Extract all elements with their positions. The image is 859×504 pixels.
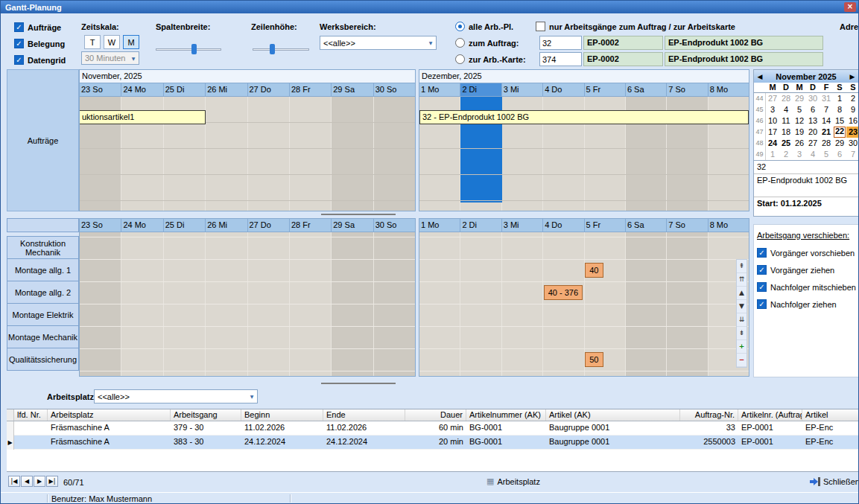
day-header-cell[interactable]: 23 So [80, 219, 121, 232]
column-header[interactable]: Arbeitsplatz [48, 409, 171, 421]
view-option-0[interactable]: ✓Aufträge [14, 22, 61, 32]
calendar-day[interactable]: 7 [820, 104, 833, 115]
calendar-day[interactable]: 28 [779, 93, 793, 104]
day-header-cell[interactable]: 30 So [374, 219, 415, 232]
calendar-day[interactable]: 15 [833, 115, 846, 127]
scroll-button[interactable]: ⇊ [737, 313, 747, 327]
move-option-0[interactable]: ✓Vorgänger vorschieben [757, 248, 855, 258]
column-header[interactable]: Arbeitsgang [171, 409, 241, 421]
move-option-1[interactable]: ✓Vorgänger ziehen [757, 265, 855, 275]
calendar-day[interactable]: 19 [793, 127, 806, 138]
interval-combobox[interactable]: 30 Minuten ▼ [81, 51, 139, 65]
day-header-cell[interactable]: 4 Do [543, 219, 584, 232]
calendar-day[interactable]: 25 [779, 138, 793, 149]
column-header[interactable]: Beginn [241, 409, 323, 421]
day-header-cell[interactable]: 1 Mo [419, 83, 460, 96]
day-header-cell[interactable]: 25 Di [164, 83, 206, 96]
calendar-day[interactable]: 4 [779, 104, 793, 115]
calendar-day[interactable]: 3 [766, 104, 779, 115]
calendar-next-icon[interactable]: ▶ [846, 73, 858, 80]
calendar-day[interactable]: 5 [820, 149, 833, 160]
day-header-cell[interactable]: 6 Sa [626, 83, 667, 96]
calendar-day[interactable]: 27 [766, 93, 779, 104]
day-header-cell[interactable]: 2 Di [460, 219, 501, 232]
operation-bar[interactable]: 40 - 376 [544, 285, 583, 300]
nav-first-button[interactable]: |◀ [8, 476, 20, 487]
auftrag-nr-input[interactable] [539, 36, 582, 50]
column-header[interactable]: Auftrag-Nr. [680, 409, 738, 421]
view-option-2[interactable]: ✓Datengrid [14, 55, 66, 65]
calendar-day[interactable]: 24 [766, 138, 779, 149]
scroll-button[interactable]: ⇈ [737, 273, 747, 287]
day-header-cell[interactable]: 28 Fr [290, 219, 332, 232]
calendar-day[interactable]: 18 [779, 127, 793, 138]
scroll-button[interactable]: ▲ [737, 287, 747, 300]
calendar-day[interactable]: 20 [806, 127, 820, 138]
scroll-button[interactable]: ▼ [737, 300, 747, 313]
scale-button-W[interactable]: W [104, 35, 120, 49]
column-header[interactable]: Artikelnr. (Auftrag) [738, 409, 802, 421]
table-row[interactable]: ▶Fräsmaschine A383 - 3024.12.202424.12.2… [7, 436, 859, 450]
arbeitskarte-nr-input[interactable] [539, 52, 582, 66]
column-header[interactable]: Artikel [802, 409, 859, 421]
calendar-day[interactable]: 29 [793, 93, 806, 104]
calendar-day[interactable]: 13 [806, 115, 820, 127]
scope-radio-2[interactable]: zur Arb.-Karte: [455, 54, 526, 64]
calendar-day[interactable]: 27 [806, 138, 820, 149]
splitter-handle-top[interactable] [321, 214, 396, 215]
day-header-cell[interactable]: 24 Mo [121, 83, 163, 96]
day-header-cell[interactable]: 29 Sa [332, 83, 373, 96]
operation-bar[interactable]: 40 [585, 263, 603, 278]
calendar-day[interactable]: 8 [833, 104, 846, 115]
day-header-cell[interactable]: 28 Fr [290, 83, 332, 96]
werksbereich-combobox[interactable]: <<alle>> ▼ [320, 36, 437, 50]
calendar-day[interactable]: 12 [793, 115, 806, 127]
splitter-handle-bottom[interactable] [321, 383, 396, 384]
calendar-day[interactable]: 23 [846, 127, 859, 138]
day-header-cell[interactable]: 26 Mi [206, 83, 247, 96]
calendar-day[interactable]: 6 [806, 104, 820, 115]
calendar-prev-icon[interactable]: ◀ [754, 73, 766, 80]
column-header[interactable]: Dauer [405, 409, 466, 421]
day-header-cell[interactable]: 3 Mi [502, 219, 543, 232]
day-header-cell[interactable]: 27 Do [248, 219, 290, 232]
day-header-cell[interactable]: 5 Fr [585, 83, 626, 96]
scale-button-M[interactable]: M [123, 35, 139, 49]
day-header-cell[interactable]: 24 Mo [121, 219, 163, 232]
calendar-day[interactable]: 6 [833, 149, 846, 160]
column-header[interactable]: lfd. Nr. [14, 409, 48, 421]
calendar-day[interactable]: 30 [846, 138, 859, 149]
calendar-day[interactable]: 2 [779, 149, 793, 160]
scroll-button[interactable]: ⇟ [737, 327, 747, 340]
view-option-1[interactable]: ✓Belegung [14, 39, 65, 48]
arbeitsplatz-combobox[interactable]: <<alle>> ▼ [94, 389, 258, 403]
slider-thumb[interactable] [270, 44, 275, 54]
schliessen-button[interactable]: Schließen [810, 475, 859, 488]
scroll-button[interactable]: + [737, 340, 747, 354]
zeilenhoehe-slider[interactable] [253, 42, 309, 57]
arbeitsplatz-button[interactable]: ▦ Arbeitsplatz [486, 475, 540, 488]
day-header-cell[interactable]: 5 Fr [585, 219, 626, 232]
calendar-day[interactable]: 29 [833, 138, 846, 149]
column-header[interactable]: Artikelnummer (AK) [466, 409, 546, 421]
calendar-day[interactable]: 21 [820, 127, 833, 138]
close-icon[interactable]: × [844, 2, 856, 12]
scope-radio-0[interactable]: alle Arb.-Pl. [455, 22, 513, 31]
calendar-day[interactable]: 22 [834, 127, 846, 138]
move-option-3[interactable]: ✓Nachfolger ziehen [757, 299, 855, 309]
calendar-day[interactable]: 14 [820, 115, 833, 127]
day-header-cell[interactable]: 23 So [80, 83, 121, 96]
move-option-2[interactable]: ✓Nachfolger mitschieben [757, 282, 855, 292]
slider-thumb[interactable] [191, 44, 197, 54]
calendar-day[interactable]: 10 [766, 115, 779, 127]
filter-checkbox[interactable]: nur Arbeitsgänge zum Auftrag / zur Arbei… [536, 22, 735, 31]
calendar-day[interactable]: 4 [806, 149, 820, 160]
order-bar[interactable]: uktionsartikel1 [80, 110, 206, 124]
scroll-button[interactable]: ⇞ [737, 260, 747, 273]
scope-radio-1[interactable]: zum Auftrag: [455, 38, 519, 48]
day-header-cell[interactable]: 1 Mo [419, 219, 460, 232]
column-header[interactable]: Ende [323, 409, 405, 421]
order-bar[interactable]: 32 - EP-Endprodukt 1002 BG [419, 110, 749, 124]
column-header[interactable]: Artikel (AK) [546, 409, 680, 421]
day-header-cell[interactable]: 4 Do [543, 83, 584, 96]
